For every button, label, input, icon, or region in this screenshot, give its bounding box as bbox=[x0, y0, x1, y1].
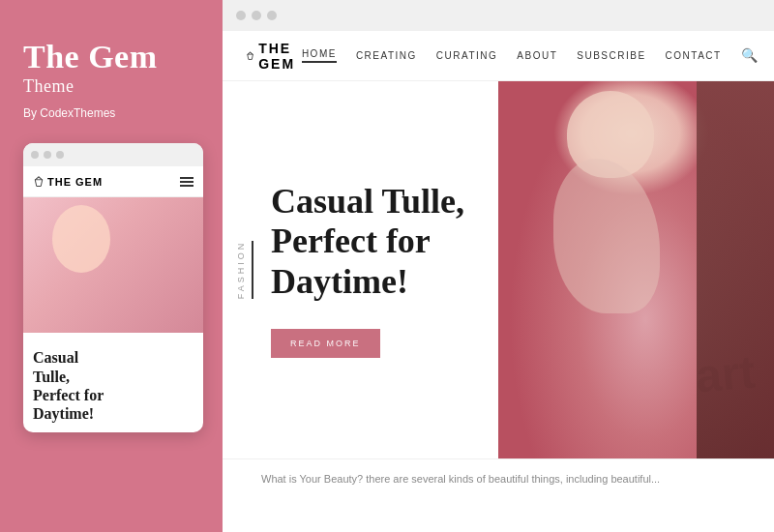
nav-item-contact[interactable]: CONTACT bbox=[666, 50, 722, 61]
site-nav: THE GEM HOME CREATING CURATING ABOUT SUB… bbox=[223, 31, 774, 81]
mobile-dot-2 bbox=[44, 151, 51, 159]
svg-marker-0 bbox=[35, 177, 43, 187]
site-logo: THE GEM bbox=[246, 41, 302, 72]
mobile-browser-bar bbox=[23, 143, 203, 166]
hero-title-line1: Casual Tulle, bbox=[271, 182, 464, 221]
hero-category: FASHION bbox=[236, 241, 246, 300]
mobile-hero-image bbox=[23, 197, 203, 333]
left-panel: The Gem Theme By CodexThemes THE GEM bbox=[0, 0, 223, 532]
browser-dot-1 bbox=[236, 11, 246, 20]
site-hero: FASHION Casual Tulle, Perfect for Daytim… bbox=[223, 81, 774, 458]
svg-marker-4 bbox=[248, 51, 253, 58]
nav-item-about[interactable]: ABOUT bbox=[517, 50, 557, 61]
site-nav-links: HOME CREATING CURATING ABOUT SUBSCRIBE C… bbox=[302, 47, 758, 64]
mobile-site-logo: THE GEM bbox=[33, 176, 103, 188]
hero-right-block bbox=[697, 81, 774, 458]
site-gem-icon bbox=[246, 48, 254, 64]
nav-item-curating[interactable]: CURATING bbox=[436, 50, 497, 61]
browser-dot-3 bbox=[267, 11, 277, 20]
theme-subtitle: Theme bbox=[23, 76, 203, 97]
browser-content: THE GEM HOME CREATING CURATING ABOUT SUB… bbox=[223, 31, 774, 532]
bottom-preview-text: What is Your Beauty? there are several k… bbox=[261, 473, 660, 485]
mobile-nav: THE GEM bbox=[23, 166, 203, 197]
nav-item-creating[interactable]: CREATING bbox=[356, 50, 417, 61]
mobile-dot-1 bbox=[31, 151, 39, 159]
hero-content: FASHION Casual Tulle, Perfect for Daytim… bbox=[223, 81, 526, 458]
mobile-hamburger-icon[interactable] bbox=[180, 177, 194, 187]
mobile-hero-title: CasualTulle,Perfect forDaytime! bbox=[23, 340, 203, 432]
browser-chrome bbox=[223, 0, 774, 31]
nav-item-home[interactable]: HOME bbox=[302, 48, 337, 63]
nav-item-subscribe[interactable]: SUBSCRIBE bbox=[577, 50, 645, 61]
theme-title: The Gem bbox=[23, 39, 203, 74]
site-bottom-text: What is Your Beauty? there are several k… bbox=[223, 458, 774, 498]
browser-dot-2 bbox=[252, 11, 261, 20]
mobile-logo-text: THE GEM bbox=[47, 176, 103, 188]
search-icon[interactable]: 🔍 bbox=[741, 47, 758, 64]
hero-title-line2: Perfect for bbox=[271, 222, 431, 260]
read-more-button[interactable]: READ MORE bbox=[271, 329, 380, 358]
right-panel: THE GEM HOME CREATING CURATING ABOUT SUB… bbox=[223, 0, 774, 532]
site-logo-text: THE GEM bbox=[258, 41, 302, 72]
hero-divider bbox=[252, 241, 253, 299]
theme-author: By CodexThemes bbox=[23, 106, 203, 120]
hero-title: Casual Tulle, Perfect for Daytime! bbox=[271, 182, 497, 302]
mobile-gem-icon bbox=[33, 176, 45, 188]
mobile-mockup: THE GEM CasualTulle,Perfect forDaytime! bbox=[23, 143, 203, 432]
hero-title-line3: Daytime! bbox=[271, 262, 408, 301]
mobile-dot-3 bbox=[56, 151, 64, 159]
